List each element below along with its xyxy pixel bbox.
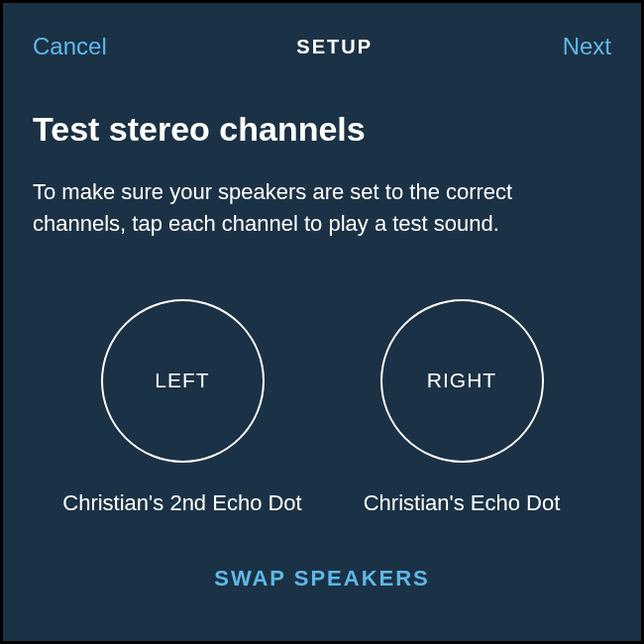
left-channel-label: LEFT — [155, 369, 209, 392]
setup-screen: Cancel SETUP Next Test stereo channels T… — [0, 0, 644, 644]
content: Test stereo channels To make sure your s… — [3, 70, 641, 591]
left-device-name: Christian's 2nd Echo Dot — [62, 490, 301, 516]
channel-row: LEFT Christian's 2nd Echo Dot RIGHT Chri… — [33, 299, 611, 516]
header: Cancel SETUP Next — [3, 3, 641, 70]
right-channel: RIGHT Christian's Echo Dot — [333, 299, 590, 516]
right-device-name: Christian's Echo Dot — [364, 490, 561, 516]
header-title: SETUP — [296, 36, 373, 58]
right-channel-button[interactable]: RIGHT — [380, 299, 544, 463]
right-channel-label: RIGHT — [427, 369, 496, 392]
left-channel-button[interactable]: LEFT — [101, 299, 265, 463]
swap-speakers-button[interactable]: SWAP SPEAKERS — [33, 566, 611, 591]
cancel-button[interactable]: Cancel — [33, 33, 107, 60]
description: To make sure your speakers are set to th… — [33, 176, 611, 240]
page-title: Test stereo channels — [33, 110, 611, 149]
left-channel: LEFT Christian's 2nd Echo Dot — [54, 299, 311, 516]
next-button[interactable]: Next — [563, 33, 611, 60]
